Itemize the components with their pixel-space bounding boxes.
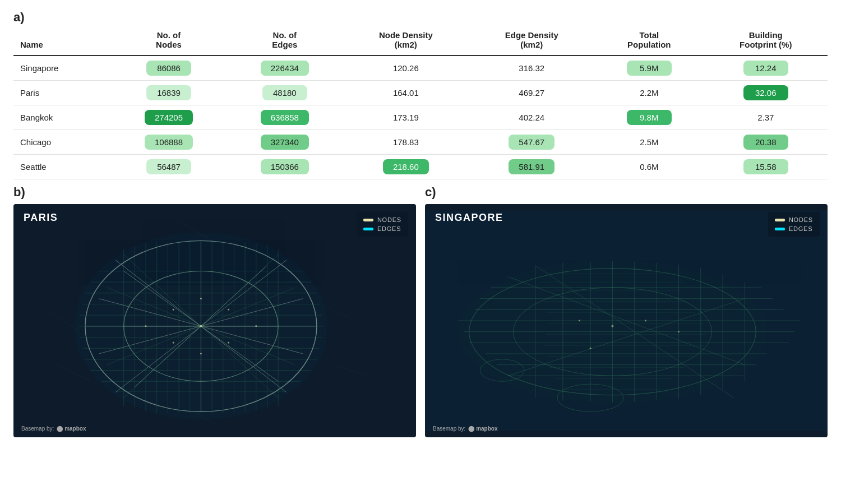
paris-legend-nodes: NODES [363,216,401,223]
table-row: Seattle56487150366218.60581.910.6M15.58 [13,155,828,179]
cell-population: 5.9M [594,56,704,81]
cell-population-badge: 9.8M [627,110,672,125]
paris-map-legend: NODES EDGES [357,212,408,237]
col-header-name: Name [13,27,111,56]
cell-nodes: 274205 [111,105,227,130]
singapore-basemap: Basemap by: ⬤ mapbox [433,426,498,432]
map-paris: PARIS NODES EDGES Basemap by: ⬤ mapbox [13,204,416,437]
cell-node-density: 173.19 [343,105,469,130]
singapore-map-legend: NODES EDGES [768,212,820,237]
mapbox-logo-singapore: ⬤ mapbox [468,426,497,432]
paris-legend-edges: EDGES [363,225,401,232]
cell-edges-badge: 327340 [261,135,309,150]
cell-footprint: 2.37 [704,105,828,130]
section-b-label: b) [13,185,416,200]
paris-basemap-text: Basemap by: [21,426,54,432]
cell-footprint: 12.24 [704,56,828,81]
data-table: Name No. ofNodes No. ofEdges Node Densit… [13,27,828,179]
paris-legend-edges-label: EDGES [377,225,401,232]
svg-point-51 [145,325,147,327]
col-header-edges: No. ofEdges [227,27,343,56]
nodes-swatch-sg [775,219,785,221]
singapore-basemap-text: Basemap by: [433,426,465,432]
cell-city-name: Singapore [13,56,111,81]
svg-point-50 [200,353,202,355]
singapore-map-svg [425,204,828,437]
cell-nodes: 16839 [111,81,227,105]
singapore-legend-nodes-label: NODES [789,216,813,223]
cell-footprint: 15.58 [704,155,828,179]
cell-edge-density-badge: 547.67 [509,135,554,150]
cell-edge-density: 547.67 [469,130,594,155]
cell-nodes-badge: 274205 [145,110,193,125]
nodes-swatch [363,219,373,221]
cell-edges-badge: 226434 [261,61,309,76]
col-header-edge-density: Edge Density(km2) [469,27,594,56]
edges-swatch-sg [775,228,785,230]
paris-legend-nodes-label: NODES [377,216,401,223]
cell-city-name: Seattle [13,155,111,179]
cell-population-badge: 5.9M [627,61,672,76]
section-bc: PARIS NODES EDGES Basemap by: ⬤ mapbox [0,202,841,443]
table-row: Singapore86086226434120.26316.325.9M12.2… [13,56,828,81]
col-header-footprint: BuildingFootprint (%) [704,27,828,56]
cell-footprint-badge: 20.38 [743,135,788,150]
svg-point-45 [173,309,174,311]
table-row: Bangkok274205636858173.19402.249.8M2.37 [13,105,828,130]
paris-map-city-label: PARIS [24,212,58,224]
singapore-legend-edges: EDGES [775,225,813,232]
cell-edge-density: 581.91 [469,155,594,179]
cell-edges-badge: 636858 [261,110,309,125]
svg-point-101 [579,320,580,322]
map-singapore: SINGAPORE NODES EDGES Basemap by: ⬤ mapb… [425,204,828,437]
cell-city-name: Paris [13,81,111,105]
cell-footprint: 20.38 [704,130,828,155]
cell-nodes: 106888 [111,130,227,155]
cell-edge-density: 316.32 [469,56,594,81]
singapore-legend-nodes: NODES [775,216,813,223]
cell-nodes: 86086 [111,56,227,81]
edges-swatch [363,228,373,230]
col-header-nodes: No. ofNodes [111,27,227,56]
svg-point-48 [228,342,229,344]
svg-point-102 [645,320,646,322]
cell-population: 2.2M [594,81,704,105]
svg-point-100 [611,325,613,327]
cell-edges: 327340 [227,130,343,155]
svg-point-103 [590,348,592,349]
cell-node-density-badge: 218.60 [383,159,429,174]
table-row: Paris1683948180164.01469.272.2M32.06 [13,81,828,105]
cell-nodes-badge: 86086 [146,61,191,76]
col-header-node-density: Node Density(km2) [343,27,469,56]
cell-footprint-badge: 12.24 [743,61,788,76]
col-header-population: TotalPopulation [594,27,704,56]
cell-edge-density: 469.27 [469,81,594,105]
cell-edges-badge: 150366 [261,159,309,174]
singapore-legend-edges-label: EDGES [789,225,813,232]
svg-point-49 [200,298,202,299]
cell-edges: 636858 [227,105,343,130]
cell-nodes: 56487 [111,155,227,179]
cell-population: 0.6M [594,155,704,179]
mapbox-logo-paris: ⬤ mapbox [57,426,86,432]
table-body: Singapore86086226434120.26316.325.9M12.2… [13,56,828,179]
cell-footprint: 32.06 [704,81,828,105]
cell-edges: 226434 [227,56,343,81]
cell-node-density: 164.01 [343,81,469,105]
cell-edges: 150366 [227,155,343,179]
paris-basemap: Basemap by: ⬤ mapbox [21,426,86,432]
paris-map-svg [13,204,416,437]
cell-footprint-badge: 32.06 [743,85,788,100]
cell-population: 2.5M [594,130,704,155]
section-c-label: c) [425,185,828,200]
svg-point-47 [173,342,174,344]
cell-nodes-badge: 16839 [146,85,191,100]
section-a: a) Name No. ofNodes No. ofEdges Node Den… [0,0,841,185]
cell-nodes-badge: 106888 [145,135,193,150]
cell-footprint-badge: 15.58 [743,159,788,174]
cell-nodes-badge: 56487 [146,159,191,174]
singapore-map-city-label: SINGAPORE [435,212,503,224]
cell-city-name: Chicago [13,130,111,155]
section-bc-labels: b) c) [0,185,841,202]
cell-population: 9.8M [594,105,704,130]
